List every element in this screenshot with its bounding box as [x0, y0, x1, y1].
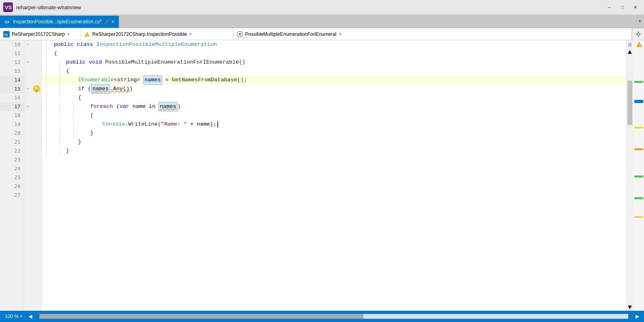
brace-open-16: {	[78, 93, 81, 102]
code-line-21: }	[42, 138, 626, 147]
line-num-15: 15	[0, 85, 24, 93]
method-12: PossibleMultipleEnumerationForIEnumerabl…	[105, 58, 239, 67]
scroll-thumb[interactable]	[627, 80, 632, 125]
minimize-button[interactable]: ─	[604, 3, 615, 11]
lb-15[interactable]: 💡	[31, 85, 41, 93]
fold-empty-19	[24, 120, 31, 129]
restore-button[interactable]: □	[617, 3, 628, 11]
title-bar-left: VS reharper-ultimate-whatsnew	[3, 2, 81, 12]
kw-in-17: in	[149, 102, 155, 111]
fold-empty-27	[24, 191, 31, 200]
close-button[interactable]: ✕	[630, 3, 641, 11]
lb-16	[31, 93, 41, 102]
tab-close-button[interactable]: ✕	[111, 19, 115, 25]
line-num-11: 11	[0, 49, 24, 58]
lightbulb-icon[interactable]: 💡	[33, 85, 40, 93]
scroll-up-arrow[interactable]: ▲	[627, 49, 633, 56]
nav-csfile[interactable]: C# ReSharper20172CSharp ▾	[0, 28, 80, 40]
code-line-10: public class InspectionPossibleMultipleE…	[42, 40, 626, 49]
code-line-18: {	[42, 111, 626, 120]
line-num-16: 16	[0, 93, 24, 102]
lb-24	[31, 164, 41, 173]
nav-project-label: ReSharper20172CSharp.InspectionPossible	[92, 31, 187, 37]
csharp-tab-icon: C#	[4, 19, 10, 25]
fold-btn-10[interactable]: −	[24, 40, 31, 49]
str-name-19: "Name: "	[161, 120, 187, 129]
kw-if-15: if	[78, 85, 85, 93]
line-num-23: 23	[0, 155, 24, 164]
zoom-control[interactable]: 100 % ▾	[5, 314, 22, 319]
code-line-20: }	[42, 129, 626, 138]
fold-btn-12[interactable]: −	[24, 58, 31, 67]
scroll-settings-icon[interactable]	[627, 40, 633, 49]
marker-yellow-1	[634, 127, 643, 128]
svg-text:C#: C#	[4, 33, 8, 37]
lb-12	[31, 58, 41, 67]
line-num-10: 10	[0, 40, 24, 49]
scroll-left-btn[interactable]: ◀	[29, 314, 32, 319]
code-line-16: {	[42, 93, 626, 102]
text-cursor	[217, 121, 218, 128]
code-line-26	[42, 182, 626, 191]
line-num-21: 21	[0, 138, 24, 147]
line-num-20: 20	[0, 129, 24, 138]
classname-10: InspectionPossibleMultipleEnumeration	[96, 40, 217, 49]
fold-empty-18	[24, 111, 31, 120]
fold-gutter: − − − −	[24, 40, 31, 311]
squiggly-names-15: names	[91, 84, 110, 94]
lb-19	[31, 120, 41, 129]
fold-empty-13	[24, 67, 31, 76]
code-line-17: foreach ( var name in names )	[42, 102, 626, 111]
kw-foreach-17: foreach	[90, 102, 113, 111]
tab-label: InspectionPossible...tipleEnumeration.cs…	[13, 19, 101, 25]
nav-settings-button[interactable]	[632, 28, 644, 40]
app-title: reharper-ultimate-whatsnew	[16, 4, 81, 10]
tab-scroll-icon[interactable]: ▾	[636, 18, 644, 25]
marker-green-1	[634, 81, 643, 83]
fold-empty-22	[24, 147, 31, 155]
nav-class-arrow: ▾	[339, 32, 341, 36]
kw-public-10: public	[54, 40, 74, 49]
code-editor[interactable]: public class InspectionPossibleMultipleE…	[42, 40, 626, 311]
code-line-22: }	[42, 147, 626, 155]
nav-project-arrow: ▾	[190, 32, 192, 36]
brace-close-22: }	[66, 147, 69, 155]
line-num-18: 18	[0, 111, 24, 120]
tab-bar: C# InspectionPossible...tipleEnumeration…	[0, 14, 644, 28]
code-line-19: Console . WriteLine ( "Name: " + name);	[42, 120, 626, 129]
fold-empty-16	[24, 93, 31, 102]
fold-empty-21	[24, 138, 31, 147]
lb-25	[31, 173, 41, 182]
horizontal-scrollbar[interactable]	[39, 314, 628, 319]
code-line-15: if ( names .Any() )	[42, 85, 626, 93]
scroll-down-arrow[interactable]: ▼	[627, 304, 633, 311]
right-panel: ▲ ▼ !	[626, 40, 644, 311]
fold-empty-11	[24, 49, 31, 58]
method-getnames-14: GetNamesFromDatabase	[172, 76, 237, 85]
title-bar-controls: ─ □ ✕	[604, 3, 641, 11]
lightbulb-gutter: 💡	[31, 40, 42, 311]
svg-text:!: !	[639, 43, 640, 47]
fold-btn-15[interactable]: −	[24, 85, 31, 93]
code-line-23	[42, 155, 626, 164]
lb-23	[31, 155, 41, 164]
line-num-24: 24	[0, 164, 24, 173]
brace-open-13: {	[66, 67, 69, 76]
method-writeline-19: WriteLine	[128, 120, 158, 129]
file-tab[interactable]: C# InspectionPossible...tipleEnumeration…	[0, 16, 119, 28]
marker-orange-1	[634, 149, 643, 150]
lb-17	[31, 102, 41, 111]
kw-public-12: public	[66, 58, 86, 67]
kw-void-12: void	[89, 58, 102, 67]
marker-green-2	[634, 175, 643, 178]
kw-var-17: var	[120, 102, 129, 111]
fold-btn-17[interactable]: −	[24, 102, 31, 111]
scroll-right-btn[interactable]: ▶	[636, 314, 639, 319]
code-line-27	[42, 191, 626, 200]
nav-project[interactable]: ReSharper20172CSharp.InspectionPossible …	[80, 28, 233, 40]
lb-11	[31, 49, 41, 58]
scroll-track	[627, 56, 633, 304]
tab-pin-icon[interactable]: 📌	[104, 20, 109, 24]
nav-class[interactable]: PossibleMultipleEnumerationForlEnumeral …	[233, 28, 632, 40]
zoom-arrow: ▾	[20, 314, 22, 318]
